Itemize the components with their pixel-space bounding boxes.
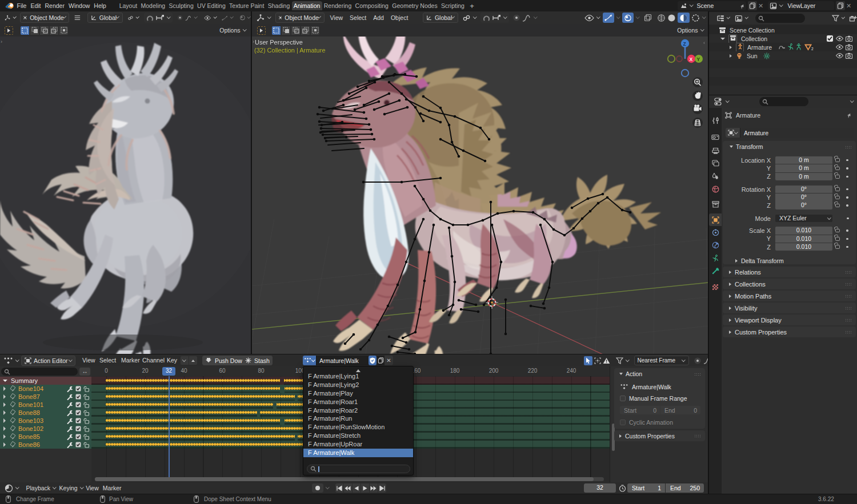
svg-text:‹: ‹	[703, 40, 705, 46]
svg-text:Y: Y	[697, 57, 700, 62]
svg-text:X: X	[690, 57, 693, 62]
svg-text:›: ›	[1, 39, 2, 45]
svg-text:User Perspective: User Perspective	[255, 39, 303, 46]
svg-text:2: 2	[811, 47, 814, 51]
svg-text:›: ›	[253, 39, 254, 45]
svg-text:Z: Z	[683, 41, 686, 47]
svg-text:(32) Collection | Armature: (32) Collection | Armature	[254, 47, 326, 54]
